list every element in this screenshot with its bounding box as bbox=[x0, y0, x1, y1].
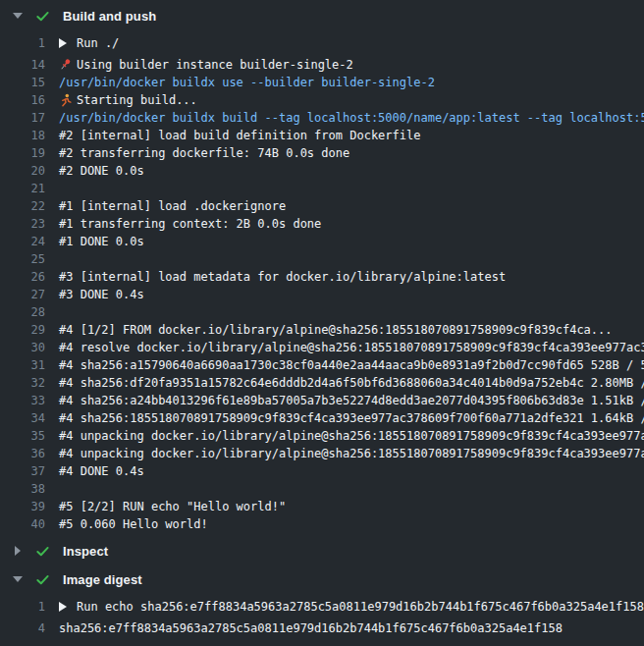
pushpin-emoji bbox=[59, 58, 73, 72]
check-icon bbox=[35, 572, 51, 587]
line-text: #4 sha256:a15790640a6690aa1730c38cf0a440… bbox=[59, 358, 644, 372]
line-text: #5 [2/2] RUN echo "Hello world!" bbox=[59, 500, 286, 513]
log-line[interactable]: 19 #2 transferring dockerfile: 74B 0.0s … bbox=[0, 144, 644, 162]
line-text: #3 [internal] load metadata for docker.i… bbox=[59, 270, 506, 284]
line-number: 16 bbox=[0, 93, 45, 107]
runner-emoji bbox=[59, 93, 73, 107]
line-number: 14 bbox=[0, 58, 45, 72]
log-section-build-and-push: Build and push 1 Run ./ 14 Using builder… bbox=[0, 0, 644, 535]
section-lines: 1 Run echo sha256:e7ff8834a5963a2785c5a0… bbox=[0, 598, 644, 637]
section-header-build-and-push[interactable]: Build and push bbox=[0, 5, 644, 27]
line-text: #5 0.060 Hello world! bbox=[59, 517, 208, 531]
line-number: 23 bbox=[0, 217, 45, 231]
line-number: 34 bbox=[0, 411, 45, 425]
line-number: 39 bbox=[0, 500, 45, 513]
line-number: 27 bbox=[0, 288, 45, 301]
line-text: #4 [1/2] FROM docker.io/library/alpine@s… bbox=[59, 323, 613, 337]
line-text: #4 DONE 0.4s bbox=[59, 464, 144, 478]
workflow-log-viewer: Build and push 1 Run ./ 14 Using builder… bbox=[0, 0, 644, 646]
log-line[interactable]: 28 bbox=[0, 303, 644, 321]
line-number: 35 bbox=[0, 429, 45, 443]
line-number: 28 bbox=[0, 305, 45, 319]
line-text: #2 transferring dockerfile: 74B 0.0s don… bbox=[59, 146, 349, 160]
section-header-inspect[interactable]: Inspect bbox=[0, 540, 644, 562]
play-icon[interactable] bbox=[59, 38, 67, 48]
play-icon[interactable] bbox=[59, 602, 67, 612]
line-number: 32 bbox=[0, 376, 45, 390]
line-number: 29 bbox=[0, 323, 45, 337]
log-section-image-digest: Image digest 1 Run echo sha256:e7ff8834a… bbox=[0, 564, 644, 639]
section-title: Inspect bbox=[63, 544, 108, 559]
line-text: /usr/bin/docker buildx use --builder bui… bbox=[59, 76, 435, 89]
line-text: #4 unpacking docker.io/library/alpine@sh… bbox=[59, 429, 644, 443]
log-line[interactable]: 37 #4 DONE 0.4s bbox=[0, 462, 644, 480]
line-number: 4 bbox=[0, 621, 45, 635]
log-line[interactable]: 4 sha256:e7ff8834a5963a2785c5a0811e979d1… bbox=[0, 619, 644, 637]
log-line[interactable]: 15 /usr/bin/docker buildx use --builder … bbox=[0, 74, 644, 91]
line-text: #1 transferring context: 2B 0.0s done bbox=[59, 217, 321, 231]
line-number: 15 bbox=[0, 76, 45, 89]
check-icon bbox=[35, 544, 51, 559]
log-line[interactable]: 36 #4 unpacking docker.io/library/alpine… bbox=[0, 445, 644, 462]
log-line[interactable]: 40 #5 0.060 Hello world! bbox=[0, 515, 644, 533]
log-line[interactable]: 16 Starting build... bbox=[0, 91, 644, 109]
line-text: #2 DONE 0.0s bbox=[59, 164, 144, 178]
line-text: #1 DONE 0.0s bbox=[59, 235, 144, 248]
line-text: #4 sha256:185518070891758909c9f839cf4ca3… bbox=[59, 411, 644, 425]
log-line[interactable]: 21 bbox=[0, 180, 644, 197]
log-line[interactable]: 17 /usr/bin/docker buildx build --tag lo… bbox=[0, 109, 644, 127]
line-text: Using builder instance builder-single-2 bbox=[59, 58, 353, 72]
chevron-down-icon[interactable] bbox=[12, 576, 24, 582]
log-line[interactable]: 20 #2 DONE 0.0s bbox=[0, 162, 644, 180]
line-text: #3 DONE 0.4s bbox=[59, 288, 144, 301]
log-line[interactable]: 39 #5 [2/2] RUN echo "Hello world!" bbox=[0, 498, 644, 515]
line-number: 24 bbox=[0, 235, 45, 248]
line-number: 20 bbox=[0, 164, 45, 178]
section-lines: 1 Run ./ 14 Using builder instance build… bbox=[0, 34, 644, 533]
line-text: #4 resolve docker.io/library/alpine@sha2… bbox=[59, 341, 644, 354]
line-number: 33 bbox=[0, 394, 45, 407]
line-number: 30 bbox=[0, 341, 45, 354]
line-text: /usr/bin/docker buildx build --tag local… bbox=[59, 111, 644, 125]
log-line[interactable]: 1 Run echo sha256:e7ff8834a5963a2785c5a0… bbox=[0, 598, 644, 616]
line-number: 21 bbox=[0, 182, 45, 195]
log-line[interactable]: 24 #1 DONE 0.0s bbox=[0, 233, 644, 250]
log-line[interactable]: 38 bbox=[0, 480, 644, 498]
line-number: 1 bbox=[0, 600, 45, 614]
log-line[interactable]: 32 #4 sha256:df20fa9351a15782c64e6dddb2d… bbox=[0, 374, 644, 392]
line-number: 40 bbox=[0, 517, 45, 531]
log-line[interactable]: 1 Run ./ bbox=[0, 34, 644, 52]
log-line[interactable]: 18 #2 [internal] load build definition f… bbox=[0, 127, 644, 144]
log-line[interactable]: 14 Using builder instance builder-single… bbox=[0, 56, 644, 74]
chevron-down-icon[interactable] bbox=[12, 13, 24, 19]
log-line[interactable]: 31 #4 sha256:a15790640a6690aa1730c38cf0a… bbox=[0, 356, 644, 374]
line-number: 37 bbox=[0, 464, 45, 478]
log-line[interactable]: 27 #3 DONE 0.4s bbox=[0, 286, 644, 303]
line-text: #4 unpacking docker.io/library/alpine@sh… bbox=[59, 447, 644, 460]
line-text: #2 [internal] load build definition from… bbox=[59, 129, 420, 142]
line-text: Starting build... bbox=[59, 93, 197, 107]
log-line[interactable]: 26 #3 [internal] load metadata for docke… bbox=[0, 268, 644, 286]
log-line[interactable]: 35 #4 unpacking docker.io/library/alpine… bbox=[0, 427, 644, 445]
log-line[interactable]: 30 #4 resolve docker.io/library/alpine@s… bbox=[0, 339, 644, 356]
log-line[interactable]: 33 #4 sha256:a24bb4013296f61e89ba57005a7… bbox=[0, 392, 644, 409]
log-line[interactable]: 22 #1 [internal] load .dockerignore bbox=[0, 197, 644, 215]
chevron-right-icon[interactable] bbox=[12, 546, 24, 556]
log-line[interactable]: 29 #4 [1/2] FROM docker.io/library/alpin… bbox=[0, 321, 644, 339]
line-number: 31 bbox=[0, 358, 45, 372]
log-line[interactable]: 34 #4 sha256:185518070891758909c9f839cf4… bbox=[0, 409, 644, 427]
log-line[interactable]: 25 bbox=[0, 250, 644, 268]
line-number: 36 bbox=[0, 447, 45, 460]
log-line[interactable]: 23 #1 transferring context: 2B 0.0s done bbox=[0, 215, 644, 233]
line-text: Run ./ bbox=[59, 36, 119, 50]
line-text: Run echo sha256:e7ff8834a5963a2785c5a081… bbox=[59, 600, 644, 614]
section-title: Build and push bbox=[63, 9, 156, 24]
line-number: 19 bbox=[0, 146, 45, 160]
line-text: #4 sha256:df20fa9351a15782c64e6dddb2d4a6… bbox=[59, 376, 644, 390]
line-number: 26 bbox=[0, 270, 45, 284]
section-header-image-digest[interactable]: Image digest bbox=[0, 568, 644, 590]
section-title: Image digest bbox=[63, 572, 142, 587]
check-icon bbox=[35, 9, 51, 24]
line-number: 38 bbox=[0, 482, 45, 496]
line-number: 17 bbox=[0, 111, 45, 125]
